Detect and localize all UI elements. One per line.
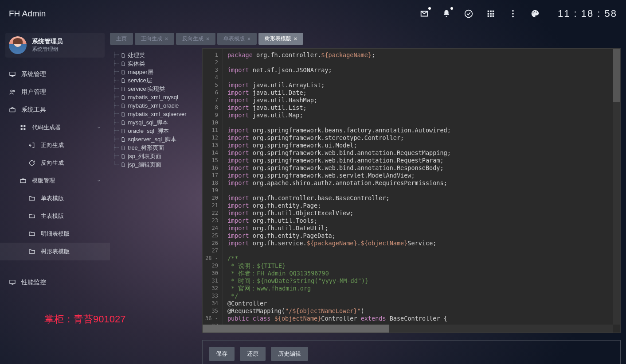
nav-label: 模版管理	[32, 177, 55, 185]
svg-rect-1	[488, 11, 489, 12]
nav-item-3[interactable]: 代码生成器	[0, 119, 110, 136]
nav-item-0[interactable]: 系统管理	[0, 66, 110, 83]
file-icon	[121, 86, 126, 92]
more-vert-icon[interactable]	[508, 9, 518, 19]
code-gutter: 1234567891011121314151617181920212223242…	[203, 49, 223, 333]
tree-item[interactable]: ├┈serviceI实现类	[113, 85, 199, 93]
nav-label: 单表模版	[41, 194, 64, 202]
tree-item[interactable]: ├┈处理类	[113, 51, 199, 59]
tab-label: 树形表模版	[265, 35, 291, 43]
tab-close-icon[interactable]: ×	[247, 36, 250, 42]
nav-label: 性能监控	[21, 279, 46, 287]
code-editor[interactable]: 1234567891011121314151617181920212223242…	[202, 48, 621, 333]
nav-item-11[interactable]: 性能监控	[0, 274, 110, 291]
tree-label: service层	[128, 76, 152, 85]
tree-item[interactable]: ├┈sqlserver_sql_脚本	[113, 135, 199, 143]
tree-item[interactable]: ├┈service层	[113, 76, 199, 85]
action-bar: 保存 还原 历史编辑	[202, 340, 621, 364]
tree-label: mybatis_xml_mysql	[128, 93, 178, 101]
file-icon	[121, 53, 126, 58]
tree-label: mapper层	[128, 68, 153, 76]
save-button[interactable]: 保存	[209, 347, 235, 361]
tree-label: serviceI实现类	[128, 85, 165, 93]
palette-icon[interactable]	[530, 9, 540, 19]
vertical-scrollbar[interactable]	[613, 49, 620, 325]
tree-item[interactable]: ├┈oracle_sql_脚本	[113, 127, 199, 135]
apps-grid-icon[interactable]	[486, 9, 496, 19]
nav-label: 明细表模版	[41, 230, 70, 238]
nav-item-2[interactable]: 系统工具	[0, 101, 110, 119]
nav-item-5[interactable]: 反向生成	[0, 154, 110, 172]
tab-close-icon[interactable]: ×	[206, 36, 209, 42]
bell-icon[interactable]	[442, 9, 451, 19]
tab-close-icon[interactable]: ×	[294, 36, 297, 42]
nav-item-9[interactable]: 明细表模版	[0, 225, 110, 243]
file-icon	[121, 95, 126, 100]
file-icon	[121, 120, 126, 125]
nav-item-6[interactable]: 模版管理	[0, 172, 110, 190]
restore-button[interactable]: 还原	[240, 347, 266, 361]
nav-label: 代码生成器	[32, 124, 61, 132]
nav-label: 树形表模版	[41, 248, 70, 256]
tree-label: mybatis_xml_sqlserver	[128, 110, 186, 118]
tree-label: 实体类	[128, 59, 145, 68]
nav-item-7[interactable]: 单表模版	[0, 190, 110, 207]
user-card[interactable]: 系统管理员 系统管理组	[5, 33, 105, 58]
file-icon	[121, 145, 126, 151]
user-name: 系统管理员	[32, 38, 63, 46]
tree-label: jsp_编辑页面	[128, 160, 161, 169]
svg-rect-4	[488, 13, 489, 15]
tab-2[interactable]: 反向生成×	[176, 33, 215, 45]
tab-1[interactable]: 正向生成×	[135, 33, 174, 45]
svg-point-13	[532, 12, 533, 13]
tree-item[interactable]: ├┈实体类	[113, 59, 199, 68]
tree-label: tree_树形页面	[128, 143, 164, 152]
tree-item[interactable]: ├┈mybatis_xml_mysql	[113, 93, 199, 101]
tree-item[interactable]: └┈jsp_编辑页面	[113, 160, 199, 169]
svg-point-0	[465, 10, 473, 18]
bell-badge	[450, 7, 453, 10]
tree-item[interactable]: ├┈tree_树形页面	[113, 143, 199, 152]
mail-badge	[428, 7, 431, 10]
svg-point-14	[534, 11, 535, 12]
check-circle-icon[interactable]	[464, 9, 473, 19]
tree-item[interactable]: ├┈mybatis_xml_oracle	[113, 101, 199, 110]
tree-item[interactable]: ├┈mapper层	[113, 68, 199, 76]
svg-rect-22	[21, 128, 23, 130]
nav-label: 系统工具	[21, 106, 46, 114]
tab-close-icon[interactable]: ×	[165, 36, 168, 42]
nav-label: 主表模版	[41, 212, 64, 220]
svg-point-12	[512, 16, 514, 18]
nav-item-1[interactable]: 用户管理	[0, 83, 110, 101]
svg-point-10	[512, 10, 514, 12]
file-icon	[121, 162, 126, 167]
clock: 11 : 18 : 58	[558, 8, 617, 19]
tree-label: sqlserver_sql_脚本	[128, 135, 176, 143]
svg-point-17	[11, 90, 12, 92]
history-button[interactable]: 历史编辑	[271, 347, 308, 361]
tab-0[interactable]: 主页	[110, 33, 133, 45]
tree-item[interactable]: ├┈mybatis_xml_sqlserver	[113, 110, 199, 118]
tree-label: jsp_列表页面	[128, 152, 161, 160]
tab-4[interactable]: 树形表模版×	[258, 33, 303, 45]
svg-rect-24	[20, 179, 26, 182]
watermark: 掌柜：青苔901027	[44, 313, 125, 326]
svg-point-15	[536, 12, 536, 12]
nav-item-10[interactable]: 树形表模版	[0, 243, 110, 260]
file-icon	[121, 112, 126, 117]
nav-item-8[interactable]: 主表模版	[0, 207, 110, 225]
avatar	[9, 36, 27, 54]
svg-rect-9	[493, 15, 494, 17]
user-group: 系统管理组	[32, 46, 63, 53]
tree-item[interactable]: ├┈mysql_sql_脚本	[113, 118, 199, 127]
tree-item[interactable]: ├┈jsp_列表页面	[113, 152, 199, 160]
svg-rect-5	[490, 13, 492, 15]
horizontal-scrollbar[interactable]	[203, 325, 613, 333]
svg-rect-19	[10, 108, 15, 112]
tab-label: 主页	[116, 35, 127, 43]
tab-3[interactable]: 单表模版×	[217, 33, 257, 45]
svg-rect-25	[10, 280, 15, 284]
nav-item-4[interactable]: 正向生成	[0, 136, 110, 154]
file-icon	[121, 154, 126, 159]
mail-icon[interactable]	[419, 9, 429, 19]
